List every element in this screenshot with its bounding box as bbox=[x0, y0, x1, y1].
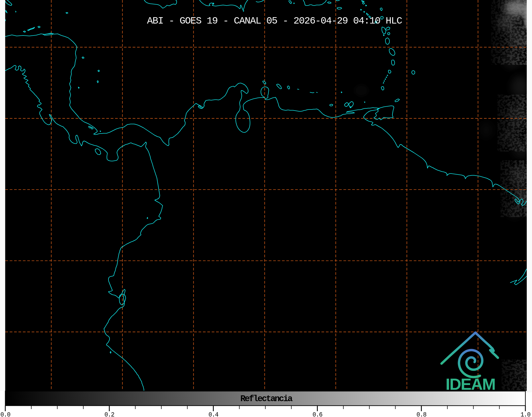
svg-text:0.8: 0.8 bbox=[416, 411, 426, 417]
svg-text:1.0: 1.0 bbox=[521, 411, 531, 417]
svg-text:0.0: 0.0 bbox=[1, 411, 11, 417]
svg-text:ABI - GOES 19 - CANAL 05 - 202: ABI - GOES 19 - CANAL 05 - 2026-04-29 04… bbox=[147, 15, 402, 26]
svg-text:0.4: 0.4 bbox=[208, 411, 219, 417]
svg-text:0.2: 0.2 bbox=[104, 411, 115, 417]
svg-text:IDEAM: IDEAM bbox=[445, 375, 495, 393]
svg-text:Reflectancia: Reflectancia bbox=[240, 394, 292, 404]
svg-text:0.6: 0.6 bbox=[312, 411, 322, 417]
